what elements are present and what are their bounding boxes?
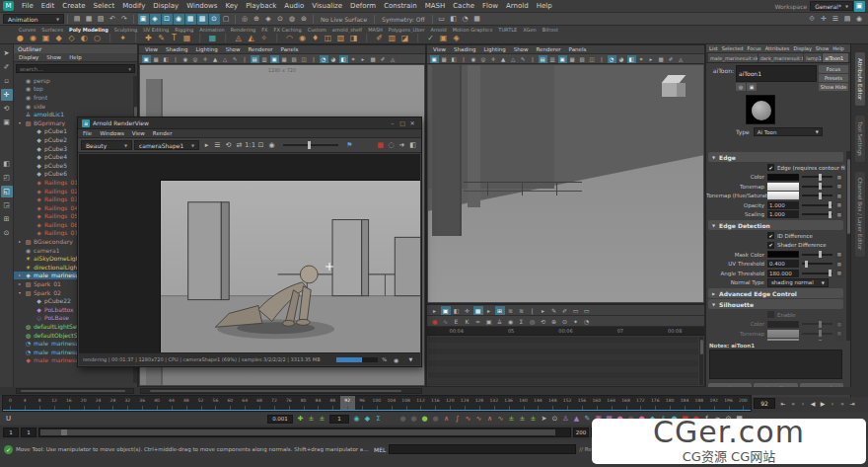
layout-shortcut-icon[interactable]: ◧ [1,158,13,170]
section-header-edge[interactable]: ▼Edge [708,152,843,162]
playback-end-field[interactable]: 200 [573,428,589,437]
sidebar-vertical-tab[interactable]: Channel Box / Layer Editor [855,172,865,256]
viewport-toolbar-icon[interactable]: ▧ [290,55,299,63]
viewport-toolbar-icon[interactable]: ▥ [260,55,269,63]
time-editor-grid[interactable] [428,337,698,385]
anim-tool-icon[interactable]: ± [506,415,517,423]
viewport-menu-item[interactable]: View [142,46,161,52]
sidebar-toggle-icon[interactable]: ◉ [854,14,865,25]
frame-tick[interactable]: 96 [355,396,370,411]
renderview-viewer[interactable] [79,154,420,352]
step-field[interactable]: 1 [329,415,349,424]
attribute-slider[interactable] [802,195,832,196]
attribute-row[interactable]: Scaling 1.000 ▦ ▼ [706,210,845,220]
viewport-toolbar-icon[interactable]: | [172,55,181,63]
frame-tick[interactable]: 184 [678,396,692,411]
selection-mask-icon[interactable]: ▢ [221,14,232,25]
playback-button[interactable]: ⇥ [847,398,857,410]
renderview-menu-item[interactable]: View [129,130,148,136]
sidebar-toggle-icon[interactable]: ▤ [842,14,853,25]
time-editor-icon[interactable]: ▸ [484,306,494,315]
attribute-row[interactable]: Edge (requires contour filter) ▦ ▼ [706,163,845,173]
renderview-menu-item[interactable]: File [80,130,95,136]
renderview-menu-item[interactable]: Render [150,130,176,136]
shelf-tool-icon[interactable]: | [411,34,424,42]
time-editor-icon[interactable]: ≋ [517,306,527,315]
time-editor-icon[interactable]: ⊙ [560,317,570,326]
layout-shortcut-icon[interactable]: ◱ [1,186,13,197]
frame-tick[interactable]: 16 [61,396,76,411]
sidebar-vertical-tab[interactable]: Tool Settings [855,116,865,162]
menu-item[interactable]: Visualize [308,2,346,10]
shelf-tool-icon[interactable]: ◭ [245,34,257,42]
menu-item[interactable]: Modify [118,2,149,10]
viewport-toolbar-icon[interactable]: ◫ [588,55,597,63]
viewport-toolbar-icon[interactable]: ▣ [270,55,279,63]
shelf-tool-icon[interactable]: ✧ [257,34,270,42]
frame-tick[interactable]: 100 [369,396,384,411]
ae-menu-item[interactable]: Show [814,45,832,51]
anim-option-icon[interactable]: ◉ [351,415,362,423]
outliner-hscrollbar[interactable] [16,388,134,394]
viewport-toolbar-icon[interactable]: ◧ [627,55,636,63]
type-select[interactable]: Ai Toon▼ [754,127,823,136]
viewport-toolbar-icon[interactable]: ✐ [667,55,676,63]
time-editor-icon[interactable]: ♙ [495,317,505,326]
time-editor-icon[interactable]: ◧ [452,306,462,315]
frame-tick[interactable]: 68 [253,396,267,411]
frame-tick[interactable]: 36 [135,396,150,411]
chevron-down-icon[interactable]: ▼ [405,354,416,365]
ae-node-tab[interactable]: aiToon1 [823,53,848,62]
ae-menu-item[interactable]: List [707,45,720,51]
window-control-button[interactable]: – [388,119,398,126]
notes-textarea[interactable] [709,350,842,379]
viewport-menu-item[interactable]: Lighting [480,46,508,52]
map-button[interactable]: ▦ [835,330,843,338]
anim-tool-icon[interactable]: ● [419,415,430,423]
attribute-row[interactable]: UV Threshold 0.400 ▦ ▼ [706,260,845,270]
shelf-tool-icon[interactable]: ◈ [450,34,463,42]
window-control-button[interactable]: □ [398,119,407,126]
map-button[interactable]: ▦ [835,320,843,328]
viewport-toolbar-icon[interactable]: ◉ [181,55,190,63]
renderview-menu-item[interactable]: Windows [97,130,127,136]
value-field[interactable]: 0.400 [767,260,799,268]
layout-shortcut-icon[interactable]: ◰ [1,172,13,184]
render-control-icon[interactable]: ◌ [386,140,397,151]
anim-tool-icon[interactable]: ∿ [473,415,484,423]
attribute-row[interactable]: Angle Threshold 180.000 ▦ ▼ [706,269,845,278]
frame-tick[interactable]: 108 [398,396,413,411]
viewport-toolbar-icon[interactable]: ▸ [647,55,656,63]
frame-tick[interactable]: 20 [76,396,91,411]
shelf-tool-icon[interactable]: ✦ [116,34,129,42]
menu-item[interactable]: Audio [280,2,308,10]
time-editor-icon[interactable]: ≋ [506,306,516,315]
frame-tick[interactable]: 168 [618,396,633,411]
frame-tick[interactable]: 188 [691,396,706,411]
sidebar-toggle-icon[interactable]: ✛ [819,14,830,25]
renderview-tool-icon[interactable]: ◉ [266,140,277,151]
playback-button[interactable]: ⇤ [778,398,788,410]
snap-icon[interactable]: ◎ [240,14,251,25]
shelf-tool-icon[interactable]: | [104,34,116,42]
anim-tool-icon[interactable]: ♙ [560,415,571,423]
viewport-toolbar-icon[interactable]: | [529,55,538,63]
viewport-toolbar-icon[interactable]: ▦ [280,55,289,63]
attribute-slider[interactable] [802,204,832,206]
renderview-tool-icon[interactable]: 1:1 [245,140,255,151]
viewport-menu-item[interactable]: Shading [451,46,478,52]
viewport-toolbar-icon[interactable]: ◧ [339,55,348,63]
outliner-item[interactable]: ◉ front [14,93,133,102]
menu-item[interactable]: Playback [242,2,280,10]
snap-icon[interactable]: ◈ [263,14,274,25]
attribute-row[interactable]: Tonemap ▦ ▼ [706,329,845,339]
frame-tick[interactable]: 196 [721,396,736,411]
snap-icon[interactable]: ⊙ [275,14,286,25]
shelf-tool-icon[interactable]: ◐ [78,34,91,42]
range-slider-track[interactable] [38,428,571,437]
color-swatch[interactable] [767,251,799,258]
camera-icon[interactable]: ◉ [391,354,401,365]
viewport-toolbar-icon[interactable]: △ [221,55,230,63]
attribute-slider[interactable] [802,333,832,335]
attribute-row[interactable]: Normal Type ▦ shading normal▼ [706,278,845,288]
